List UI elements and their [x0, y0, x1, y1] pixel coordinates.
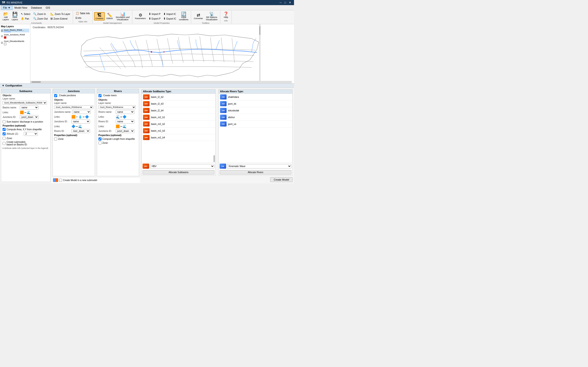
create-submodels-check[interactable] [3, 142, 6, 145]
create-model-row: Create Model [140, 177, 294, 183]
allocate-rivers-btn[interactable]: Allocate Rivers [220, 170, 291, 175]
menu-file[interactable]: File ▼ [1, 6, 13, 10]
compute-area-check[interactable] [3, 128, 6, 131]
import-p-btn[interactable]: ⬇ Import P [147, 12, 162, 16]
legend-item-elevation[interactable]: ☑ Gunt_ElevationBands [1, 40, 29, 45]
rivers-layer-label: Layer name: [97, 101, 139, 105]
map-hscroll[interactable] [30, 81, 292, 83]
legend-check-junctions[interactable]: ☑ [1, 35, 3, 38]
list-item[interactable]: KW gunt_us [219, 121, 292, 127]
legend-item-junctions[interactable]: ☑ Gunt_Junctions_RSMi [1, 33, 29, 39]
subbasins-layer-select[interactable]: Gunt_ElevationBands_Subbasins_RSMinerve [3, 101, 47, 105]
toolbar-group-model-props: ⚙ Parameters ⬇ Import P ⬆ Export P ⬇ Imp… [132, 11, 191, 24]
legend-check-elevation[interactable]: ☑ [1, 42, 3, 44]
export-p-btn[interactable]: ⬆ Export P [147, 17, 162, 21]
junctions-layer-select-row: Gunt_Junctions_RSMinerve [53, 105, 95, 109]
rivers-junctions-id-select[interactable]: junct_down [116, 129, 134, 133]
junctions-layer-select[interactable]: Gunt_Junctions_RSMinerve [54, 105, 93, 109]
map-scrollbar-thumb[interactable] [259, 26, 260, 35]
rivers-id-select[interactable]: name [116, 119, 134, 124]
help-btn[interactable]: ❓ Help [222, 11, 230, 19]
attribute-table-info[interactable]: ℹ Attribute table info (selected layer i… [1, 146, 50, 150]
subbasins-model-select[interactable]: HBV [150, 164, 215, 168]
kw-icon-4: KW [220, 115, 226, 120]
list-item[interactable]: HBV basin_l2_b3 [142, 100, 215, 107]
rivers-zone-check[interactable] [98, 142, 102, 144]
list-item[interactable]: KW shakhdara [219, 94, 292, 100]
zoom-extend-btn[interactable]: ⊞ Zoom Extend [49, 17, 71, 21]
rivers-layer-select[interactable]: Gunt_Rivers_RSMinerve [98, 105, 136, 109]
list-item[interactable]: HBV basin_l2_b2 [142, 94, 215, 100]
initial-conditions-btn[interactable]: 🔄 Initial conditions [178, 11, 190, 21]
sum-basins-check[interactable] [3, 120, 6, 123]
legend-check-rivers[interactable]: ☑ [1, 29, 3, 32]
maximize-btn[interactable]: □ [284, 1, 287, 4]
export-ic-btn[interactable]: ⬆ Export IC [162, 17, 177, 21]
altitude-select[interactable]: Z [24, 132, 38, 136]
zone-check[interactable] [3, 137, 6, 140]
map-svg[interactable] [30, 24, 294, 83]
zoom-to-layer-btn[interactable]: 📐 Zoom To Layer [49, 12, 71, 16]
import-ic-btn[interactable]: ⬇ Import IC [162, 12, 177, 16]
creation-btn[interactable]: 🏗 Creation [94, 12, 105, 20]
create-junctions-check[interactable] [54, 94, 57, 97]
create-new-submodel-check[interactable] [59, 179, 62, 182]
menu-gis[interactable]: GIS [44, 6, 52, 9]
rivers-name-select[interactable]: name [116, 110, 134, 114]
rivers-compute-length-check[interactable] [98, 137, 102, 141]
converter-btn[interactable]: ⇄ Converter [192, 12, 204, 20]
list-item[interactable]: HBV basin_m2_b2 [142, 121, 215, 127]
allocate-rivers-header: Allocate Rivers Type: [219, 90, 292, 94]
simulation-btn[interactable]: 📊 Simulation and Visualization [115, 11, 131, 21]
kw-icon-5: KW [220, 121, 226, 126]
hbv-icon-3: HBV [143, 108, 150, 113]
zoom-out-btn[interactable]: 🔍 Zoom Out [32, 17, 49, 21]
info-btn[interactable]: ℹ Info [74, 16, 91, 20]
legend-item-rivers[interactable]: ☑ Gunt_Rivers_RSMinen [1, 29, 29, 32]
subbasins-scroll[interactable] [142, 162, 215, 163]
list-item[interactable]: KW alishur [219, 114, 292, 121]
config-header[interactable]: ▼ Configuration [0, 83, 294, 88]
list-item[interactable]: HBV basin_m2_b3 [142, 127, 215, 134]
simulation-icon: 📊 [120, 12, 125, 16]
zoom-in-btn[interactable]: 🔍 Zoom In [32, 12, 49, 16]
subbasins-props-label: Properties (optional): [1, 124, 50, 127]
junctions-name-select[interactable]: name [72, 110, 91, 114]
initial-conditions-icon: 🔄 [181, 12, 186, 16]
parameters-btn[interactable]: ⚙ Parameters [134, 12, 147, 20]
altitude-check[interactable] [3, 132, 6, 135]
subbasins-junctions-id-select[interactable]: junct_down [20, 115, 38, 119]
create-rivers-check[interactable] [98, 94, 102, 97]
kw-icon-1: KW [220, 94, 226, 100]
pan-btn[interactable]: ✋ Pan [20, 17, 32, 21]
config-collapse-icon: ▼ [2, 84, 4, 87]
subbasins-basins-name-select[interactable]: name [20, 106, 38, 109]
close-btn[interactable]: ✕ [288, 1, 292, 4]
rivers-model-select[interactable]: Kinematic Wave [227, 164, 291, 168]
legend-icon-rivers [4, 32, 11, 32]
list-item[interactable]: KW gunt_ds [219, 100, 292, 107]
junctions-zone-check[interactable] [54, 137, 57, 141]
allocate-subbasins-btn[interactable]: Allocate Subbasins [143, 170, 215, 175]
add-layers-btn[interactable]: 📂 Add Layers [1, 11, 10, 21]
minimize-btn[interactable]: ─ [279, 1, 283, 4]
hbv-model-icon: HBV [143, 164, 149, 169]
rivers-id-select-j[interactable]: river_down [71, 129, 90, 133]
db-stations-btn[interactable]: 📡 DB Stations Visualization [205, 11, 219, 21]
list-item[interactable]: KW tokusbulak [219, 107, 292, 114]
list-item[interactable]: HBV basin_m2_b1 [142, 114, 215, 121]
select-btn[interactable]: ↖ Select [20, 12, 32, 16]
menu-model-new[interactable]: Model New [13, 6, 29, 9]
title-bar: 🗺 RS MINERVE ─ □ ✕ [0, 0, 294, 5]
menu-database[interactable]: Database [29, 6, 44, 9]
list-item[interactable]: HBV basin_l2_b4 [142, 107, 215, 114]
save-layers-btn[interactable]: 💾 Save Layers [10, 11, 19, 21]
hbv-icon-7: HBV [143, 135, 150, 140]
zoom-in-icon: 🔍 [33, 12, 37, 16]
rivers-model-row: KW Kinematic Wave [219, 163, 292, 169]
junctions-id-select[interactable]: name [71, 119, 90, 124]
list-item[interactable]: HBV basin_m2_b4 [142, 134, 215, 141]
create-model-btn[interactable]: Create Model [270, 177, 293, 182]
table-info-btn[interactable]: 📋 Table Info [74, 11, 91, 15]
edition-btn[interactable]: ✏️ Edition [105, 12, 114, 20]
